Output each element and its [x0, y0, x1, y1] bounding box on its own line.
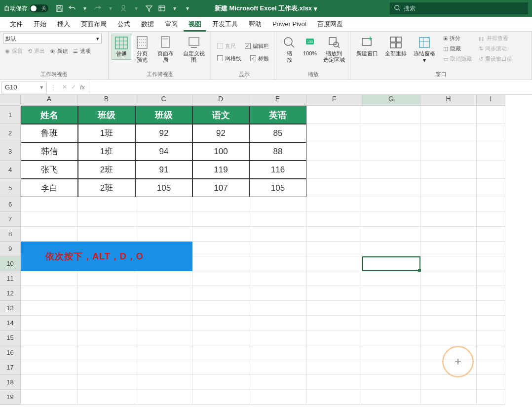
cell-H14[interactable] [420, 316, 477, 330]
cell-C4[interactable]: 91 [135, 161, 192, 179]
cell-H19[interactable] [420, 390, 477, 405]
toggle-switch[interactable]: 关 [30, 4, 48, 12]
cell-D6[interactable] [192, 197, 249, 212]
cell-E12[interactable] [249, 286, 306, 301]
cell-F7[interactable] [306, 212, 362, 227]
cell-D15[interactable] [192, 330, 249, 345]
cell-A19[interactable] [21, 390, 78, 405]
table-icon[interactable] [158, 4, 166, 12]
cell-E11[interactable] [249, 271, 306, 286]
cell-C15[interactable] [135, 330, 192, 345]
row-header-13[interactable]: 13 [0, 301, 21, 316]
cell-E15[interactable] [249, 330, 306, 345]
exit-button[interactable]: ⟲退出 [26, 46, 47, 56]
cell-G5[interactable] [362, 179, 420, 197]
cell-B13[interactable] [78, 301, 135, 316]
cell-D4[interactable]: 119 [192, 161, 249, 179]
cell-C18[interactable] [135, 375, 192, 390]
cell-G14[interactable] [362, 316, 420, 330]
cell-H15[interactable] [420, 330, 477, 345]
cell-H7[interactable] [420, 212, 477, 227]
cell-I12[interactable] [477, 286, 505, 301]
freeze-panes-button[interactable]: *冻结窗格▾ [411, 34, 438, 66]
search-box[interactable] [390, 2, 528, 14]
cell-H11[interactable] [420, 271, 477, 286]
row-header-17[interactable]: 17 [0, 360, 21, 375]
cell-B11[interactable] [78, 271, 135, 286]
cell-E18[interactable] [249, 375, 306, 390]
row-header-10[interactable]: 10 [0, 256, 21, 271]
page-preview-button[interactable]: 分页 预览 [132, 34, 152, 65]
cell-G16[interactable] [362, 345, 420, 360]
row-header-9[interactable]: 9 [0, 242, 21, 256]
cell-I10[interactable] [477, 256, 505, 271]
cell-I17[interactable] [477, 360, 505, 375]
cell-I4[interactable] [477, 161, 505, 179]
cell-H1[interactable] [420, 106, 477, 124]
cell-B3[interactable]: 1班 [78, 142, 135, 161]
options-button[interactable]: ☰选项 [71, 46, 93, 56]
text-overlay-shape[interactable]: 依次按下，ALT，D，O [21, 242, 192, 271]
row-header-16[interactable]: 16 [0, 345, 21, 360]
cell-I18[interactable] [477, 375, 505, 390]
split-button[interactable]: ⊞拆分 [441, 34, 474, 43]
cell-C11[interactable] [135, 271, 192, 286]
cell-D14[interactable] [192, 316, 249, 330]
cell-C13[interactable] [135, 301, 192, 316]
name-box[interactable]: G10 ▾ [1, 82, 47, 93]
cell-H6[interactable] [420, 197, 477, 212]
cell-E5[interactable]: 105 [249, 179, 306, 197]
cell-F14[interactable] [306, 316, 362, 330]
cell-H5[interactable] [420, 179, 477, 197]
cell-H8[interactable] [420, 227, 477, 242]
cell-B8[interactable] [78, 227, 135, 242]
cell-D7[interactable] [192, 212, 249, 227]
save-icon[interactable] [55, 4, 63, 12]
cell-D17[interactable] [192, 360, 249, 375]
cell-A2[interactable]: 鲁班 [21, 124, 78, 142]
cell-D19[interactable] [192, 390, 249, 405]
cell-F19[interactable] [306, 390, 362, 405]
enter-icon[interactable]: ✓ [71, 83, 76, 91]
cell-F9[interactable] [306, 242, 362, 256]
autosave-toggle[interactable]: 自动保存 关 [4, 4, 48, 13]
cell-H10[interactable] [420, 256, 477, 271]
cell-D3[interactable]: 100 [192, 142, 249, 161]
view-select[interactable]: 默认 ▾ [3, 34, 102, 43]
cell-D1[interactable]: 语文 [192, 106, 249, 124]
cell-G8[interactable] [362, 227, 420, 242]
col-header-B[interactable]: B [78, 95, 135, 106]
cell-A7[interactable] [21, 212, 78, 227]
cell-B5[interactable]: 2班 [78, 179, 135, 197]
cell-C6[interactable] [135, 197, 192, 212]
row-header-5[interactable]: 5 [0, 179, 21, 197]
cell-F17[interactable] [306, 360, 362, 375]
cell-F18[interactable] [306, 375, 362, 390]
tab-页面布局[interactable]: 页面布局 [76, 17, 112, 32]
cell-B7[interactable] [78, 212, 135, 227]
cell-B12[interactable] [78, 286, 135, 301]
tab-Power Pivot[interactable]: Power Pivot [267, 17, 311, 32]
cell-C16[interactable] [135, 345, 192, 360]
cell-H12[interactable] [420, 286, 477, 301]
undo-icon[interactable] [68, 4, 76, 12]
cell-G19[interactable] [362, 390, 420, 405]
undo-dropdown-icon[interactable]: ▾ [81, 4, 89, 12]
hide-button[interactable]: ◫隐藏 [441, 44, 474, 53]
row-header-18[interactable]: 18 [0, 375, 21, 390]
cell-F5[interactable] [306, 179, 362, 197]
arrange-all-button[interactable]: 全部重排 [382, 34, 410, 59]
row-header-3[interactable]: 3 [0, 142, 21, 161]
col-header-A[interactable]: A [21, 95, 78, 106]
cell-F8[interactable] [306, 227, 362, 242]
cell-E1[interactable]: 英语 [249, 106, 306, 124]
new-view-button[interactable]: 👁新建 [48, 46, 70, 56]
row-header-12[interactable]: 12 [0, 286, 21, 301]
cell-E3[interactable]: 88 [249, 142, 306, 161]
col-header-C[interactable]: C [135, 95, 192, 106]
cell-I15[interactable] [477, 330, 505, 345]
cell-F1[interactable] [306, 106, 362, 124]
custom-view-button[interactable]: 自定义视图 [179, 34, 209, 65]
cell-G7[interactable] [362, 212, 420, 227]
cell-H3[interactable] [420, 142, 477, 161]
